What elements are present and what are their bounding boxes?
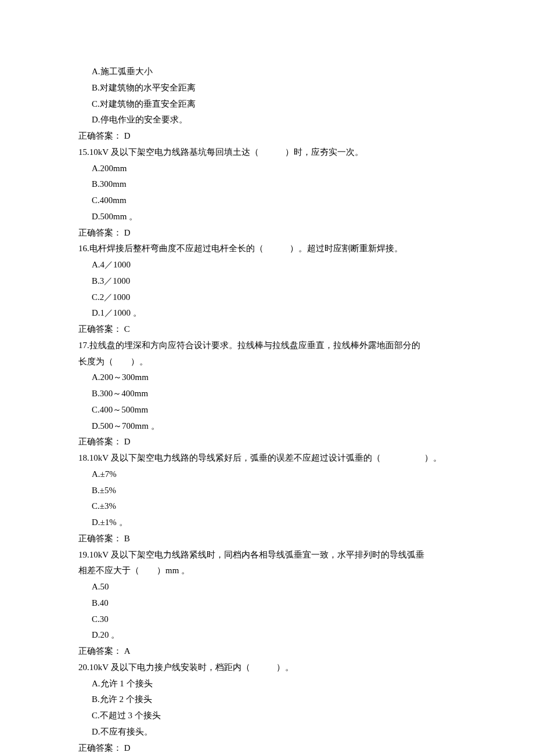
q17-answer: 正确答案： D [78,434,456,450]
q17-stem-line1: 17.拉线盘的埋深和方向应符合设计要求。拉线棒与拉线盘应垂直，拉线棒外露地面部分… [78,338,456,354]
q14-option-c: C.对建筑物的垂直安全距离 [78,96,456,113]
q20-option-b: B.允许 2 个接头 [78,692,456,708]
q16-answer: 正确答案： C [78,321,456,338]
q19-option-d: D.20 。 [78,627,456,643]
q15-answer: 正确答案： D [78,225,456,241]
q18-stem: 18.10kV 及以下架空电力线路的导线紧好后，弧垂的误差不应超过设计弧垂的（ … [78,450,456,466]
q18-option-c: C.±3% [78,498,456,515]
q14-option-d: D.停电作业的安全要求。 [78,112,456,128]
q18-option-b: B.±5% [78,483,456,499]
q20-option-a: A.允许 1 个接头 [78,676,456,692]
q15-option-b: B.300mm [78,176,456,193]
q14-option-a: A.施工弧垂大小 [78,64,456,80]
q20-answer: 正确答案： D [78,740,456,757]
q17-option-a: A.200～300mm [78,370,456,386]
q19-answer: 正确答案： A [78,643,456,660]
q16-option-b: B.3／1000 [78,273,456,290]
q15-option-d: D.500mm 。 [78,209,456,225]
q19-option-b: B.40 [78,595,456,612]
q15-option-a: A.200mm [78,161,456,177]
q16-option-d: D.1／1000 。 [78,305,456,321]
q18-option-d: D.±1% 。 [78,515,456,531]
q18-option-a: A.±7% [78,466,456,483]
q16-option-c: C.2／1000 [78,290,456,306]
q20-stem: 20.10kV 及以下电力接户线安装时，档距内（ ）。 [78,660,456,676]
q17-option-d: D.500～700mm 。 [78,418,456,435]
q14-answer: 正确答案： D [78,128,456,144]
q17-option-b: B.300～400mm [78,386,456,402]
q18-answer: 正确答案： B [78,531,456,547]
q16-option-a: A.4／1000 [78,257,456,273]
q19-option-c: C.30 [78,612,456,628]
q17-option-c: C.400～500mm [78,402,456,418]
q14-option-b: B.对建筑物的水平安全距离 [78,80,456,96]
q15-option-c: C.400mm [78,193,456,209]
q19-stem-line2: 相差不应大于（ ）mm 。 [78,563,456,579]
q16-stem: 16.电杆焊接后整杆弯曲度不应超过电杆全长的（ ）。超过时应割断重新焊接。 [78,241,456,257]
q15-stem: 15.10kV 及以下架空电力线路基坑每回填土达（ ）时，应夯实一次。 [78,144,456,161]
q17-stem-line2: 长度为（ ）。 [78,354,456,370]
q20-option-c: C.不超过 3 个接头 [78,708,456,724]
q19-stem-line1: 19.10kV 及以下架空电力线路紧线时，同档内各相导线弧垂宜一致，水平排列时的… [78,547,456,563]
q20-option-d: D.不应有接头。 [78,724,456,740]
q19-option-a: A.50 [78,579,456,595]
